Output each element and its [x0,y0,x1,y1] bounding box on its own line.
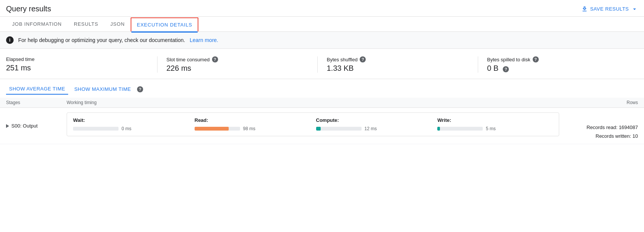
timing-read-bar-row: 98 ms [195,126,310,131]
stat-slot-time: Slot time consumed ? 226 ms [167,56,318,73]
show-maximum-time-button[interactable]: SHOW MAXIMUM TIME [71,84,134,94]
timing-wait-bar-row: 0 ms [73,126,189,131]
show-average-time-button[interactable]: SHOW AVERAGE TIME [6,84,68,95]
stat-slot-label: Slot time consumed ? [167,56,309,62]
stat-bytes-shuffled: Bytes shuffled ? 1.33 KB [327,56,478,73]
stat-divider-3 [478,56,478,73]
timing-write-bar-track [437,127,483,131]
tab-execution-details[interactable]: EXECUTION DETAILS [131,17,198,31]
stat-bytes-spilled: Bytes spilled to disk ? 0 B ? [487,56,638,73]
toggle-row: SHOW AVERAGE TIME SHOW MAXIMUM TIME ? [0,79,644,98]
bytes-spilled-help-icon[interactable]: ? [533,56,539,62]
tab-job-information[interactable]: JOB INFORMATION [6,17,68,31]
bytes-shuffled-help-icon[interactable]: ? [360,56,366,62]
info-banner: i For help debugging or optimizing your … [0,32,644,49]
stages-table-header: Stages Working timing Rows [0,98,644,108]
bytes-spilled-value-help-icon[interactable]: ? [503,66,509,72]
timing-grid: Wait: 0 ms Read: 98 ms [73,117,553,131]
timing-wait: Wait: 0 ms [73,117,189,131]
timing-read-label: Read: [195,117,310,123]
tabs-container: JOB INFORMATION RESULTS JSON EXECUTION D… [0,17,644,32]
learn-more-link[interactable]: Learn more. [190,37,218,43]
timing-compute-value: 12 ms [365,126,377,131]
stat-elapsed-label: Elapsed time [6,56,148,62]
records-read: Records read: 1694087 [562,123,638,132]
info-icon: i [6,36,14,44]
stat-slot-value: 226 ms [167,64,309,73]
col-header-rows: Rows [562,100,638,105]
stage-name: S00: Output [6,111,67,129]
timing-write-bar-row: 5 ms [437,126,553,131]
stat-divider-2 [317,56,318,73]
toggle-help-icon[interactable]: ? [137,86,143,92]
header: Query results SAVE RESULTS [0,0,644,17]
timing-write: Write: 5 ms [437,117,553,131]
col-header-stages: Stages [6,100,67,105]
tab-results[interactable]: RESULTS [68,17,104,31]
rows-info: Records read: 1694087 Records written: 1… [562,111,638,141]
timing-write-value: 5 ms [486,126,496,131]
timing-compute-label: Compute: [316,117,432,123]
stat-bytes-spilled-value: 0 B ? [487,64,629,73]
stats-row: Elapsed time 251 ms Slot time consumed ?… [0,49,644,79]
timing-read-bar-fill [195,127,229,131]
timing-wait-label: Wait: [73,117,189,123]
slot-time-help-icon[interactable]: ? [212,56,218,62]
col-header-timing: Working timing [67,100,562,105]
page-title: Query results [6,5,51,13]
expand-stage-icon[interactable] [6,124,9,128]
timing-read-value: 98 ms [243,126,256,131]
save-results-button[interactable]: SAVE RESULTS [581,6,638,12]
stat-divider-1 [157,56,157,73]
download-icon [581,6,588,12]
timing-compute: Compute: 12 ms [316,117,432,131]
timing-compute-bar-track [316,127,362,131]
stat-bytes-shuffled-value: 1.33 KB [327,64,469,73]
timing-write-label: Write: [437,117,553,123]
stat-elapsed-time: Elapsed time 251 ms [6,56,157,73]
info-text: For help debugging or optimizing your qu… [18,37,185,43]
timing-read-bar-track [195,127,240,131]
stat-elapsed-value: 251 ms [6,64,148,72]
timing-wait-value: 0 ms [122,126,131,131]
timing-wait-bar-track [73,127,119,131]
stages-table: Stages Working timing Rows S00: Output W… [0,98,644,144]
tab-json[interactable]: JSON [104,17,131,31]
stat-bytes-spilled-label: Bytes spilled to disk ? [487,56,629,62]
timing-read: Read: 98 ms [195,117,310,131]
dropdown-arrow-icon [631,6,638,12]
records-written: Records written: 10 [562,132,638,140]
timing-area: Wait: 0 ms Read: 98 ms [67,112,559,136]
timing-write-bar-fill [437,127,440,131]
timing-compute-bar-row: 12 ms [316,126,432,131]
timing-compute-bar-fill [316,127,321,131]
stat-bytes-shuffled-label: Bytes shuffled ? [327,56,469,62]
table-row: S00: Output Wait: 0 ms Read: [0,108,644,144]
